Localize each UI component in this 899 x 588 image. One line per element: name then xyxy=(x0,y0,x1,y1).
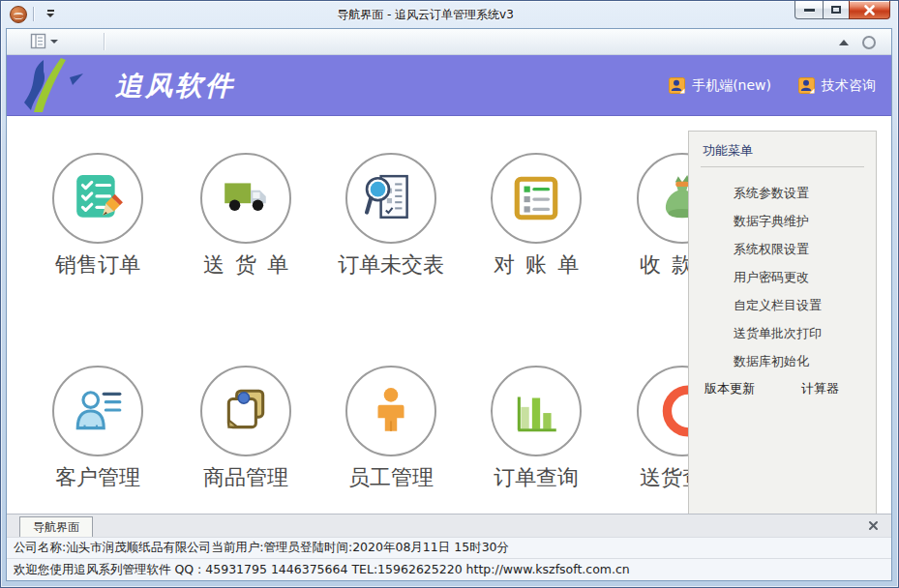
toolbar-divider xyxy=(104,33,105,50)
tile-label: 送 货 单 xyxy=(173,250,318,279)
menu-item-batch-print[interactable]: 送货单批次打印 xyxy=(734,319,864,347)
collapse-toolbar-icon[interactable] xyxy=(839,40,849,45)
window-controls xyxy=(795,1,890,19)
menu-item-system-params[interactable]: 系统参数设置 xyxy=(734,179,864,207)
maximize-button[interactable] xyxy=(823,1,850,19)
close-icon xyxy=(863,4,876,16)
function-menu-panel: 功能菜单 系统参数设置 数据字典维护 系统权限设置 用户密码更改 自定义栏目设置… xyxy=(688,131,877,514)
product-notes-icon xyxy=(220,385,272,437)
close-button[interactable] xyxy=(849,1,890,19)
employee-person-icon xyxy=(365,385,417,437)
tab-bar: 导航界面 xyxy=(7,514,891,537)
status-company-line: 公司名称:汕头市润茂顺纸品有限公司当前用户:管理员登陆时间:2020年08月11… xyxy=(7,537,891,558)
menu-item-data-dictionary[interactable]: 数据字典维护 xyxy=(734,207,864,235)
statement-list-icon xyxy=(510,172,562,224)
customer-person-icon xyxy=(72,385,124,437)
zhuifeng-logo-icon xyxy=(16,58,105,112)
dropdown-arrow-icon xyxy=(50,40,58,44)
navigation-pane-button[interactable] xyxy=(30,33,58,49)
tile-statement[interactable]: 对 账 单 xyxy=(464,153,609,279)
circle-button-icon[interactable] xyxy=(862,36,876,49)
tech-support-link[interactable]: 技术咨询 xyxy=(798,77,876,95)
status-welcome-line: 欢迎您使用追风系列管理软件 QQ : 45931795 1446375664 T… xyxy=(7,558,891,580)
app-logo-icon[interactable] xyxy=(10,6,27,23)
menu-item-password-change[interactable]: 用户密码更改 xyxy=(734,263,864,291)
tile-label: 订单查询 xyxy=(464,463,609,492)
app-window: 导航界面 - 追风云订单管理系统v3 xyxy=(0,0,899,588)
function-menu-title: 功能菜单 xyxy=(701,140,864,167)
minimize-button[interactable] xyxy=(794,1,824,19)
menu-item-db-init[interactable]: 数据库初始化 xyxy=(734,347,864,375)
mobile-service-icon xyxy=(669,77,685,94)
window-frame: 追风软件 手机端(new) xyxy=(6,28,892,581)
tech-support-icon xyxy=(798,77,815,94)
truck-icon xyxy=(220,172,272,224)
tile-label: 对 账 单 xyxy=(464,250,609,279)
tile-product-management[interactable]: 商品管理 xyxy=(173,366,318,492)
tile-customer-management[interactable]: 客户管理 xyxy=(25,366,170,492)
bar-chart-icon xyxy=(510,385,562,437)
tile-label: 销售订单 xyxy=(25,250,170,279)
tab-navigation[interactable]: 导航界面 xyxy=(19,516,93,537)
tile-order-query[interactable]: 订单查询 xyxy=(464,366,609,492)
mobile-app-link[interactable]: 手机端(new) xyxy=(669,77,771,95)
checklist-pencil-icon xyxy=(72,172,124,224)
toolbar xyxy=(7,29,891,55)
main-area: 销售订单 送 货 单 xyxy=(7,116,891,514)
mobile-app-label: 手机端(new) xyxy=(692,77,771,95)
tile-employee-management[interactable]: 员工管理 xyxy=(318,366,464,492)
tile-undelivered-orders[interactable]: 订单未交表 xyxy=(318,153,464,279)
tech-support-label: 技术咨询 xyxy=(822,77,876,95)
tile-label: 商品管理 xyxy=(173,463,318,492)
titlebar-separator xyxy=(33,7,34,21)
menu-item-version-update[interactable]: 版本更新 xyxy=(704,380,755,397)
menu-item-permissions[interactable]: 系统权限设置 xyxy=(734,235,864,263)
menu-item-custom-columns[interactable]: 自定义栏目设置 xyxy=(734,291,864,319)
tile-delivery-note[interactable]: 送 货 单 xyxy=(173,153,318,279)
quick-access-dropdown-icon[interactable] xyxy=(45,10,55,19)
window-title: 导航界面 - 追风云订单管理系统v3 xyxy=(78,1,772,28)
title-bar: 导航界面 - 追风云订单管理系统v3 xyxy=(1,1,898,28)
menu-item-calculator[interactable]: 计算器 xyxy=(801,380,839,397)
search-document-icon xyxy=(365,172,417,224)
form-list-icon xyxy=(30,33,46,49)
header-banner: 追风软件 手机端(new) xyxy=(7,55,891,116)
tile-sales-order[interactable]: 销售订单 xyxy=(25,153,170,279)
tile-label: 客户管理 xyxy=(25,463,170,492)
tile-label: 订单未交表 xyxy=(318,250,464,279)
tile-label: 员工管理 xyxy=(318,463,464,492)
tab-close-icon[interactable] xyxy=(868,520,879,531)
brand-name: 追风软件 xyxy=(115,55,235,116)
